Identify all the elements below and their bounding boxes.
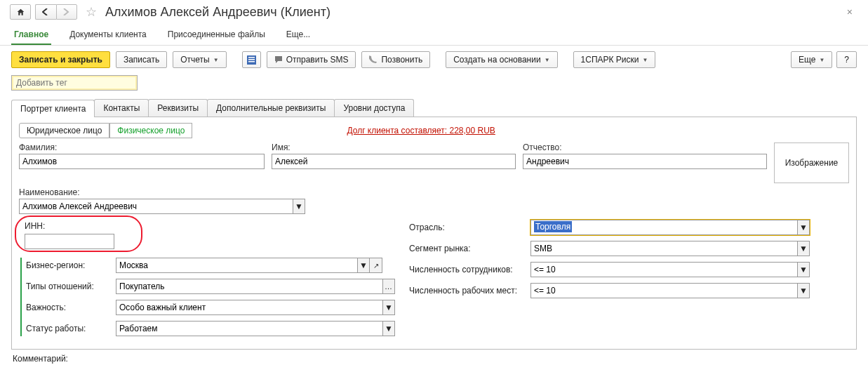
- inner-tab-portrait[interactable]: Портрет клиента: [11, 100, 95, 117]
- workplaces-count-input[interactable]: [530, 283, 797, 298]
- more-label: Еще: [799, 55, 815, 65]
- close-button[interactable]: ×: [841, 6, 858, 18]
- svg-rect-1: [248, 57, 255, 58]
- caret-down-icon: ▼: [643, 57, 648, 63]
- caret-down-icon: ▼: [819, 57, 824, 63]
- arrow-left-icon: [42, 8, 51, 15]
- caret-down-icon: ▼: [385, 303, 393, 312]
- work-status-input[interactable]: [116, 321, 382, 336]
- caret-down-icon: ▼: [213, 57, 219, 63]
- status-dropdown-button[interactable]: ▼: [382, 321, 395, 336]
- toggle-legal-entity[interactable]: Юридическое лицо: [19, 123, 109, 138]
- segment-dropdown-button[interactable]: ▼: [797, 241, 810, 256]
- add-tag-input[interactable]: [11, 75, 138, 91]
- importance-dropdown-button[interactable]: ▼: [382, 300, 395, 315]
- list-view-button[interactable]: [242, 51, 261, 68]
- open-icon: ↗: [373, 262, 379, 270]
- industry-input[interactable]: Торговля: [530, 220, 797, 235]
- reports-label: Отчеты: [180, 55, 209, 65]
- list-icon: [247, 55, 256, 65]
- page-title: Алхимов Алексей Андреевич (Клиент): [105, 5, 330, 20]
- back-button[interactable]: [35, 4, 56, 20]
- comment-label: Комментарий:: [13, 354, 868, 364]
- reports-button[interactable]: Отчеты▼: [173, 51, 226, 68]
- workplaces-dropdown-button[interactable]: ▼: [797, 283, 810, 298]
- phone-icon: [369, 55, 378, 64]
- sms-icon: [274, 55, 283, 64]
- caret-down-icon: ▼: [385, 324, 393, 333]
- inn-input[interactable]: [25, 234, 114, 249]
- region-dropdown-button[interactable]: ▼: [357, 258, 370, 273]
- business-region-label: Бизнес-регион:: [26, 260, 110, 270]
- region-open-button[interactable]: ↗: [370, 258, 382, 273]
- save-button[interactable]: Записать: [116, 51, 167, 68]
- industry-dropdown-button[interactable]: ▼: [797, 220, 810, 235]
- inn-label: ИНН:: [25, 221, 394, 231]
- svg-rect-2: [248, 59, 255, 60]
- caret-down-icon: ▼: [359, 260, 368, 270]
- inner-tab-contacts[interactable]: Контакты: [94, 99, 149, 117]
- save-and-close-button[interactable]: Записать и закрыть: [11, 51, 110, 68]
- business-region-input[interactable]: [116, 258, 357, 273]
- relation-type-label: Типы отношений:: [26, 281, 110, 291]
- inner-tab-requisites[interactable]: Реквизиты: [148, 99, 208, 117]
- image-placeholder[interactable]: Изображение: [774, 143, 849, 183]
- middle-name-input[interactable]: [523, 154, 767, 169]
- staff-count-input[interactable]: [530, 262, 797, 277]
- work-status-label: Статус работы:: [26, 324, 110, 333]
- relation-pick-button[interactable]: …: [382, 279, 395, 294]
- caret-down-icon: ▼: [545, 57, 550, 63]
- segment-label: Сегмент рынка:: [409, 244, 525, 253]
- spark-risks-button[interactable]: 1СПАРК Риски▼: [573, 51, 656, 68]
- more-button[interactable]: Еще▼: [791, 51, 832, 68]
- svg-rect-3: [248, 61, 255, 62]
- staff-count-label: Численность сотрудников:: [409, 265, 525, 274]
- caret-down-icon: ▼: [799, 223, 808, 232]
- tab-main[interactable]: Главное: [11, 25, 51, 45]
- home-icon: [16, 8, 25, 17]
- inner-tab-extra[interactable]: Дополнительные реквизиты: [207, 99, 335, 117]
- create-based-on-button[interactable]: Создать на основании▼: [446, 51, 557, 68]
- call-button[interactable]: Позвонить: [361, 51, 430, 68]
- importance-label: Важность:: [26, 303, 110, 312]
- last-name-input[interactable]: [19, 154, 265, 169]
- tab-more[interactable]: Еще...: [283, 25, 313, 45]
- first-name-label: Имя:: [272, 143, 516, 152]
- importance-input[interactable]: [116, 300, 382, 315]
- naming-label: Наименование:: [19, 187, 849, 197]
- staff-dropdown-button[interactable]: ▼: [797, 262, 810, 277]
- tab-client-docs[interactable]: Документы клиента: [67, 25, 149, 45]
- last-name-label: Фамилия:: [19, 143, 265, 152]
- toggle-individual[interactable]: Физическое лицо: [109, 123, 192, 138]
- naming-input[interactable]: [19, 199, 293, 214]
- workplaces-count-label: Численность рабочих мест:: [409, 286, 525, 296]
- inner-tab-access[interactable]: Уровни доступа: [334, 99, 414, 117]
- caret-down-icon: ▼: [799, 244, 808, 253]
- spark-label: 1СПАРК Риски: [581, 55, 639, 65]
- naming-dropdown-button[interactable]: ▼: [293, 199, 305, 214]
- relation-type-input[interactable]: [116, 279, 382, 294]
- help-button[interactable]: ?: [836, 51, 857, 68]
- caret-down-icon: ▼: [295, 201, 303, 211]
- dots-icon: …: [385, 282, 393, 291]
- first-name-input[interactable]: [272, 154, 516, 169]
- middle-name-label: Отчество:: [523, 143, 767, 152]
- caret-down-icon: ▼: [799, 286, 808, 296]
- send-sms-button[interactable]: Отправить SMS: [267, 51, 356, 68]
- client-debt-link[interactable]: Долг клиента составляет: 228,00 RUB: [347, 126, 495, 135]
- create-based-label: Создать на основании: [453, 55, 541, 65]
- segment-input[interactable]: [530, 241, 797, 256]
- industry-value-selected: Торговля: [534, 221, 572, 232]
- caret-down-icon: ▼: [799, 265, 808, 274]
- send-sms-label: Отправить SMS: [286, 55, 349, 65]
- call-label: Позвонить: [381, 55, 422, 65]
- arrow-right-icon: [62, 8, 71, 15]
- industry-label: Отрасль:: [409, 223, 525, 232]
- forward-button[interactable]: [56, 4, 77, 20]
- tab-attached-files[interactable]: Присоединенные файлы: [165, 25, 268, 45]
- home-button[interactable]: [10, 4, 31, 20]
- favorite-star-icon[interactable]: ☆: [86, 4, 97, 20]
